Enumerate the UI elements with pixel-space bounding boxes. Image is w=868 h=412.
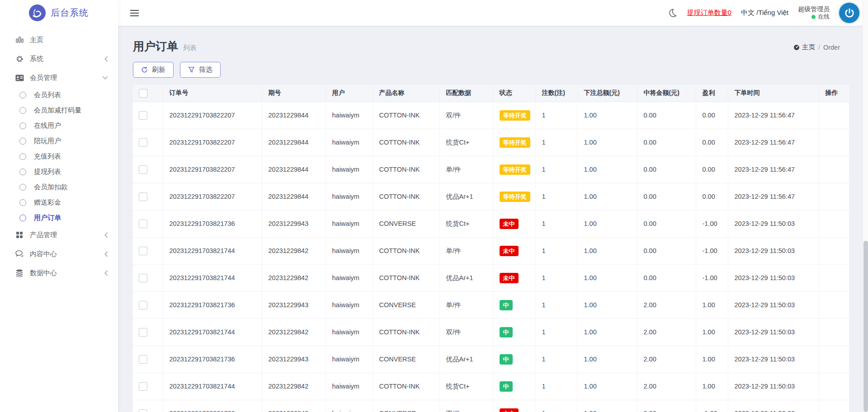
dark-mode-toggle[interactable] xyxy=(667,8,678,18)
row-checkbox[interactable] xyxy=(139,165,147,174)
sidebar-item-member-coding[interactable]: 会员加减打码量 xyxy=(0,103,118,118)
cell-user: haiwaiym xyxy=(326,237,373,264)
power-icon xyxy=(844,7,855,19)
sidebar-item-bonus-gift[interactable]: 赠送彩金 xyxy=(0,195,118,210)
cell-time: 2023-12-29 11:50:03 xyxy=(728,373,819,400)
cell-product: COTTON-INK xyxy=(373,373,439,400)
cell-select xyxy=(133,156,163,183)
sidebar-item-label: 产品管理 xyxy=(30,231,57,239)
row-checkbox[interactable] xyxy=(139,355,147,364)
sidebar-item-play-users[interactable]: 陪玩用户 xyxy=(0,133,118,149)
chevron-left-icon xyxy=(104,56,108,62)
cell-product: COTTON-INK xyxy=(373,264,439,291)
sidebar-item-label: 赠送彩金 xyxy=(34,198,61,207)
moon-icon xyxy=(667,8,678,18)
row-checkbox[interactable] xyxy=(139,220,147,228)
cell-select xyxy=(133,318,163,346)
breadcrumb-home[interactable]: 主页 xyxy=(793,43,815,52)
grid-icon xyxy=(15,231,24,239)
table-body: 20231229170382220720231229844haiwaiymCOT… xyxy=(133,102,849,412)
cell-status: 未中 xyxy=(493,237,535,264)
sidebar-item-products[interactable]: 产品管理 xyxy=(0,225,118,244)
table-row: 20231229170382220720231229844haiwaiymCOT… xyxy=(133,156,849,183)
cell-product: CONVERSE xyxy=(373,210,439,237)
sidebar-item-user-orders[interactable]: 用户订单 xyxy=(0,210,118,225)
sidebar-item-label: 充值列表 xyxy=(34,152,61,161)
cell-bets: 1 xyxy=(535,318,577,346)
withdraw-order-notice[interactable]: 提现订单数量0 xyxy=(687,9,731,17)
sidebar-item-withdraw-list[interactable]: 提现列表 xyxy=(0,164,118,179)
sidebar-item-member-list[interactable]: 会员列表 xyxy=(0,87,118,103)
select-all-checkbox[interactable] xyxy=(139,89,147,98)
cell-select xyxy=(133,183,163,210)
cell-bets: 1 xyxy=(535,129,577,156)
cell-product: COTTON-INK xyxy=(373,183,439,210)
table-row: 20231229170382220720231229844haiwaiymCOT… xyxy=(133,183,849,210)
column-header-9: 盈利 xyxy=(696,85,728,102)
sidebar-item-label: 会员管理 xyxy=(30,74,57,82)
table-row: 20231229170382173620231229943haiwaiymCON… xyxy=(133,346,849,373)
sidebar-item-home[interactable]: 主页 xyxy=(0,30,118,49)
cell-total: 1.00 xyxy=(577,156,637,183)
row-checkbox[interactable] xyxy=(139,192,147,201)
cell-status: 中 xyxy=(493,373,535,400)
cell-profit: 0.00 xyxy=(696,183,728,210)
filter-icon xyxy=(188,66,195,73)
column-header-8: 中将金额(元) xyxy=(637,85,696,102)
cell-match: 单/件 xyxy=(439,237,493,264)
cell-order-no: 202312291703821736 xyxy=(163,400,262,412)
cell-bets: 1 xyxy=(535,237,577,264)
column-header-0: 订单号 xyxy=(163,85,262,102)
row-checkbox[interactable] xyxy=(139,247,147,255)
cell-bets: 1 xyxy=(535,156,577,183)
cell-user: haiwaiym xyxy=(326,400,373,412)
sidebar-item-online-users[interactable]: 在线用户 xyxy=(0,118,118,133)
cell-bets: 1 xyxy=(535,264,577,291)
cell-period: 20231229842 xyxy=(262,373,326,400)
cell-actions xyxy=(819,102,849,129)
scrollbar-thumb[interactable] xyxy=(863,241,868,412)
column-header-3: 产品名称 xyxy=(373,85,439,102)
cell-profit: -1.00 xyxy=(696,210,728,237)
row-checkbox[interactable] xyxy=(139,301,147,309)
row-checkbox[interactable] xyxy=(139,111,147,120)
table-row: 20231229170382174420231229842haiwaiymCOT… xyxy=(133,237,849,264)
filter-button[interactable]: 筛选 xyxy=(180,62,221,78)
cell-match: 双/件 xyxy=(439,102,493,129)
avatar[interactable] xyxy=(839,3,859,23)
cell-product: COTTON-INK xyxy=(373,156,439,183)
row-checkbox[interactable] xyxy=(139,382,147,391)
cell-win-amount: 0.00 xyxy=(637,102,696,129)
sidebar-item-recharge-list[interactable]: 充值列表 xyxy=(0,149,118,164)
sidebar-item-system[interactable]: 系统 xyxy=(0,49,118,68)
table-row: 20231229170382173620231229943haiwaiymCON… xyxy=(133,400,849,412)
cell-profit: 1.00 xyxy=(696,346,728,373)
sidebar-item-members[interactable]: 会员管理 xyxy=(0,68,118,87)
menu-toggle-icon[interactable] xyxy=(130,10,139,16)
language-switcher[interactable]: 中文 /Tiếng Việt xyxy=(741,9,788,17)
database-icon xyxy=(15,269,24,277)
cell-order-no: 202312291703821736 xyxy=(163,346,262,373)
sidebar-item-data-center[interactable]: 数据中心 xyxy=(0,263,118,282)
row-checkbox[interactable] xyxy=(139,274,147,282)
cell-order-no: 202312291703821744 xyxy=(163,373,262,400)
refresh-button[interactable]: 刷新 xyxy=(133,62,174,78)
row-checkbox[interactable] xyxy=(139,138,147,147)
table-row: 20231229170382220720231229844haiwaiymCOT… xyxy=(133,102,849,129)
sidebar-item-member-adjust[interactable]: 会员加扣款 xyxy=(0,179,118,195)
sidebar-item-label: 内容中心 xyxy=(30,250,57,258)
row-checkbox[interactable] xyxy=(139,328,147,337)
cell-match: 双/件 xyxy=(439,400,493,412)
cell-product: COTTON-INK xyxy=(373,318,439,346)
cell-time: 2023-12-29 11:50:03 xyxy=(728,318,819,346)
cell-product: COTTON-INK xyxy=(373,237,439,264)
status-badge: 等待开奖 xyxy=(500,137,530,148)
row-checkbox[interactable] xyxy=(139,409,147,412)
column-header-7: 下注总额(元) xyxy=(577,85,637,102)
status-badge: 等待开奖 xyxy=(500,110,530,121)
cell-match: 单/件 xyxy=(439,291,493,318)
cell-actions xyxy=(819,373,849,400)
cell-total: 1.00 xyxy=(577,210,637,237)
sidebar-item-content[interactable]: 内容中心 xyxy=(0,244,118,263)
chevron-left-icon xyxy=(104,270,108,276)
